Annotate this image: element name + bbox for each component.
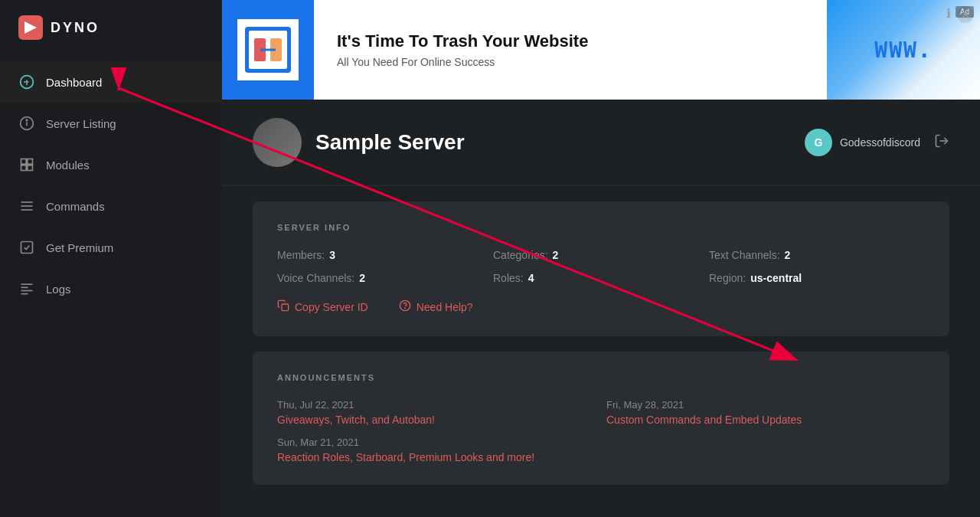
members-info: Members: 3	[277, 249, 493, 261]
announcement-link-1[interactable]: Custom Commands and Embed Updates	[606, 414, 925, 426]
categories-info: Categories: 2	[493, 249, 709, 261]
ad-text-area: It's Time To Trash Your Website All You …	[314, 16, 827, 83]
copy-server-id-label: Copy Server ID	[295, 301, 368, 313]
voice-channels-value: 2	[359, 272, 365, 284]
svg-rect-6	[21, 159, 27, 165]
svg-point-5	[26, 119, 28, 121]
help-icon	[399, 299, 411, 315]
dyno-logo-icon	[18, 15, 43, 40]
region-label: Region:	[709, 272, 746, 284]
text-channels-value: 2	[785, 249, 791, 261]
ad-info-icon[interactable]: ℹ	[946, 6, 951, 21]
announcement-link-2[interactable]: Reaction Roles, Starboard, Premium Looks…	[277, 451, 596, 463]
announcement-date-0: Thu, Jul 22, 2021	[277, 399, 596, 411]
voice-channels-label: Voice Channels:	[277, 272, 354, 284]
need-help-label: Need Help?	[416, 301, 473, 313]
ad-logo-icon	[237, 19, 299, 80]
announcements-card: ANNOUNCEMENTS Thu, Jul 22, 2021 Giveaway…	[253, 352, 949, 485]
info-circle-icon	[18, 115, 35, 132]
logo-area: DYNO	[0, 0, 221, 61]
sidebar-item-get-premium-label: Get Premium	[46, 241, 113, 254]
sidebar-item-commands[interactable]: Commands	[0, 185, 221, 227]
server-name: Sample Server	[315, 130, 791, 155]
region-value: us-central	[750, 272, 802, 284]
sidebar-item-modules-label: Modules	[46, 159, 90, 172]
sidebar-item-commands-label: Commands	[46, 200, 105, 213]
text-channels-info: Text Channels: 2	[709, 249, 925, 261]
announcement-item-1: Fri, May 28, 2021 Custom Commands and Em…	[606, 399, 925, 426]
announcement-date-2: Sun, Mar 21, 2021	[277, 437, 596, 448]
announcement-date-1: Fri, May 28, 2021	[606, 399, 925, 411]
server-avatar	[253, 118, 302, 167]
premium-icon	[18, 239, 35, 256]
members-label: Members:	[277, 249, 325, 261]
content-area: SERVER INFO Members: 3 Categories: 2 Tex…	[222, 186, 980, 508]
logo-text: DYNO	[51, 20, 100, 36]
roles-value: 4	[528, 272, 534, 284]
roles-label: Roles:	[493, 272, 524, 284]
svg-rect-9	[28, 165, 33, 171]
gamepad-icon	[18, 74, 35, 90]
sidebar-item-get-premium[interactable]: Get Premium	[0, 227, 221, 268]
main-content: It's Time To Trash Your Website All You …	[222, 0, 980, 517]
ad-title: It's Time To Trash Your Website	[337, 31, 804, 51]
user-area: G Godessofdiscord	[805, 129, 949, 156]
svg-rect-13	[21, 242, 33, 254]
logout-icon[interactable]	[934, 133, 949, 152]
grid-icon	[18, 156, 35, 173]
username: Godessofdiscord	[840, 136, 920, 149]
sidebar-item-dashboard-label: Dashboard	[46, 76, 102, 89]
svg-rect-7	[28, 159, 33, 165]
svg-rect-25	[282, 304, 289, 311]
svg-rect-8	[21, 165, 27, 171]
sidebar-item-modules[interactable]: Modules	[0, 144, 221, 185]
copy-icon	[277, 299, 289, 315]
ad-logo	[222, 0, 314, 100]
members-value: 3	[329, 249, 335, 261]
need-help-button[interactable]: Need Help?	[399, 299, 473, 315]
announcement-item-2: Sun, Mar 21, 2021 Reaction Roles, Starbo…	[277, 437, 596, 463]
region-info: Region: us-central	[709, 272, 925, 284]
copy-server-id-button[interactable]: Copy Server ID	[277, 299, 368, 315]
announcement-item-0: Thu, Jul 22, 2021 Giveaways, Twitch, and…	[277, 399, 596, 426]
sidebar-item-server-listing[interactable]: Server Listing	[0, 103, 221, 144]
sidebar-item-server-listing-label: Server Listing	[46, 117, 116, 130]
logs-icon	[18, 280, 35, 297]
sidebar-item-dashboard[interactable]: Dashboard	[0, 61, 221, 103]
server-info-title: SERVER INFO	[277, 223, 925, 232]
roles-info: Roles: 4	[493, 272, 709, 284]
server-info-card: SERVER INFO Members: 3 Categories: 2 Tex…	[253, 201, 949, 336]
list-icon	[18, 198, 35, 214]
sidebar: DYNO Dashboard Server Listing Modules	[0, 0, 222, 517]
announcements-title: ANNOUNCEMENTS	[277, 373, 925, 382]
text-channels-label: Text Channels:	[709, 249, 780, 261]
sidebar-item-logs-label: Logs	[46, 283, 71, 296]
ad-close-button[interactable]: ×	[957, 6, 974, 23]
server-header: Sample Server G Godessofdiscord	[222, 100, 980, 186]
server-info-grid: Members: 3 Categories: 2 Text Channels: …	[277, 249, 925, 284]
categories-label: Categories:	[493, 249, 548, 261]
server-actions: Copy Server ID Need Help?	[277, 299, 925, 315]
voice-channels-info: Voice Channels: 2	[277, 272, 493, 284]
ad-subtitle: All You Need For Online Success	[337, 56, 804, 68]
user-avatar: G	[805, 129, 832, 156]
categories-value: 2	[553, 249, 559, 261]
sidebar-item-logs[interactable]: Logs	[0, 268, 221, 309]
announcements-grid: Thu, Jul 22, 2021 Giveaways, Twitch, and…	[277, 399, 925, 463]
announcement-link-0[interactable]: Giveaways, Twitch, and Autoban!	[277, 414, 596, 426]
sidebar-navigation: Dashboard Server Listing Modules Command…	[0, 61, 221, 309]
ad-banner: It's Time To Trash Your Website All You …	[222, 0, 980, 100]
